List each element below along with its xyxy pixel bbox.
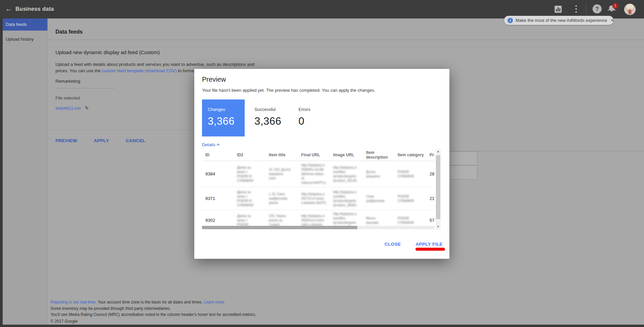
cell-item-title-redacted: XL-XXL Дълга машинно плет <box>269 167 298 180</box>
feed-template-link[interactable]: custom feed template (download CSV) <box>102 68 177 73</box>
cell-item-title-redacted: XXL Черна рокля за тържес <box>269 214 298 227</box>
desc-text-tail: to format <box>177 68 195 73</box>
background-table-row <box>449 152 477 165</box>
cell-id: 9384 <box>202 171 234 176</box>
preview-button[interactable]: PREVIEW <box>55 138 77 143</box>
content-heading: Data feeds <box>55 29 83 35</box>
section-divider <box>48 130 194 130</box>
stat-value: 0 <box>298 115 305 127</box>
cell-item-category-redacted: РОКЛИ СУКМАНИ <box>398 170 426 178</box>
modal-title: Preview <box>202 76 226 83</box>
stat-card-changes[interactable]: Changes 3,366 <box>202 99 245 136</box>
cell-item-description-redacted: Синя шифронова <box>366 194 394 203</box>
info-icon: i <box>508 18 513 23</box>
chevron-up-icon <box>216 144 220 146</box>
cell-final-url-redacted: http://ladyplus.e /9384/hi-xxl-blk /plet… <box>301 163 330 185</box>
details-toggle[interactable]: Details <box>202 142 220 147</box>
col-header-item-title: Item title <box>266 153 298 157</box>
window-bottom-edge <box>0 325 644 327</box>
preview-modal: Preview Your file hasn't been applied ye… <box>194 69 449 259</box>
table-vertical-scrollbar[interactable]: ▲ ▼ <box>436 149 441 230</box>
stat-value: 3,366 <box>208 115 235 127</box>
col-header-price: Price <box>426 153 434 157</box>
upload-section-title: Upload new dynamic display ad feed (Cust… <box>55 49 160 55</box>
horizontal-scroll-thumb[interactable] <box>202 226 357 229</box>
col-header-image-url: Image URL <box>330 153 363 157</box>
cell-price: 28. <box>426 171 434 176</box>
stat-label: Changes <box>208 107 225 112</box>
bar-chart-icon[interactable] <box>555 6 562 13</box>
cancel-button[interactable]: CANCEL <box>126 138 145 143</box>
cell-item-title-redacted: L-XL Синя шифронова рокля <box>269 192 298 205</box>
table-row: 9371 Дрехи за жени > РОКЛИ И СУКМАНИ L-X… <box>202 187 434 210</box>
cell-image-url-redacted: http://ladyplus.e /usefiles /productlarg… <box>333 165 363 183</box>
footer-text: Your account time zone is the basis for … <box>96 300 204 304</box>
table-header-row: ID ID2 Item title Final URL Image URL It… <box>202 149 434 161</box>
table-horizontal-scrollbar[interactable] <box>202 226 434 229</box>
adwords-business-data-screen: ← Business data ••• ? ! i Make the most … <box>0 0 644 327</box>
heading-divider <box>48 40 644 40</box>
back-arrow-icon[interactable]: ← <box>5 5 12 13</box>
feed-type-underline <box>55 88 115 88</box>
sidebar-item-upload-history[interactable]: Upload history <box>0 33 47 45</box>
col-header-id2: ID2 <box>234 153 266 157</box>
edit-pencil-icon[interactable]: ✎ <box>85 105 89 111</box>
cell-item-category-redacted: РОКЛИ СУКМАНИ <box>398 216 426 225</box>
toast-message: Make the most of the new AdWords experie… <box>516 18 607 23</box>
cell-final-url-redacted: http://ladyplus.e /9302/xxl-chern rokli-… <box>301 214 330 227</box>
col-header-id: ID <box>202 153 234 157</box>
sidebar: Data feeds Upload history <box>0 18 48 325</box>
stat-value: 3,366 <box>254 115 281 127</box>
preview-table: ID ID2 Item title Final URL Image URL It… <box>202 149 434 230</box>
file-selected-label: File selected <box>55 95 80 100</box>
copyright: © 2017 Google <box>50 319 78 324</box>
help-icon[interactable]: ? <box>593 4 602 13</box>
background-table-divider <box>449 151 644 151</box>
selected-file-link[interactable]: export(1).csv <box>55 106 81 111</box>
close-button[interactable]: CLOSE <box>385 242 401 247</box>
notification-badge: ! <box>612 3 618 9</box>
apply-button[interactable]: APPLY <box>94 138 109 143</box>
cell-id2-redacted: Дрехи за жени > РОКЛИ <box>237 214 266 227</box>
cell-price: 21. <box>426 196 434 201</box>
cell-final-url-redacted: http://ladyplus.e /9371/l-xl-sinya s-dan… <box>301 192 330 205</box>
content-card-top-border <box>48 47 644 47</box>
avatar[interactable] <box>624 4 636 15</box>
window-left-edge <box>0 18 3 327</box>
reporting-link[interactable]: Reporting is not real-time. <box>50 300 96 304</box>
toast-close-icon[interactable]: ✕ <box>610 18 614 23</box>
background-table-row <box>449 165 477 179</box>
col-header-item-category: Item category <box>394 153 426 157</box>
footer-line-1: Reporting is not real-time. Your account… <box>50 299 256 305</box>
scroll-down-arrow[interactable]: ▼ <box>436 224 441 230</box>
cell-item-description-redacted: Много красива <box>366 216 394 225</box>
stat-label: Errors <box>298 107 310 112</box>
cell-id2-redacted: Дрехи за жени > РОКЛИ И СУКМАНИ <box>237 190 266 207</box>
sidebar-item-data-feeds[interactable]: Data feeds <box>0 18 47 31</box>
modal-action-bar: CLOSEAPPLY FILE <box>385 242 443 247</box>
cell-id: 9302 <box>202 218 234 223</box>
stat-label: Successful <box>254 107 276 112</box>
learn-more-link[interactable]: Learn more <box>204 300 224 304</box>
cell-item-description-redacted: Дълга машинно <box>366 170 394 178</box>
cell-id: 9371 <box>202 196 234 201</box>
kebab-menu-icon[interactable]: ••• <box>573 4 579 13</box>
footer-line-3: You'll see Media Rating Council (MRC) ac… <box>50 312 256 318</box>
modal-subtitle: Your file hasn't been applied yet. The p… <box>202 88 375 93</box>
red-annotation-underline <box>415 248 445 251</box>
apply-file-button[interactable]: APPLY FILE <box>415 242 443 247</box>
table-row: 9384 Дрехи за жени > РОКЛИ И СУКМАНИ XL-… <box>202 161 434 187</box>
cell-image-url-redacted: http://ladyplus.e /usefiles /productlarg… <box>333 190 363 207</box>
page-action-bar: PREVIEW APPLY CANCEL <box>55 138 161 143</box>
col-header-item-description: Item description <box>363 150 394 160</box>
bell-base <box>608 10 616 10</box>
feed-type-select[interactable]: Remarketing <box>55 79 80 84</box>
adwords-experience-toast: i Make the most of the new AdWords exper… <box>504 16 613 25</box>
cell-id2-redacted: Дрехи за жени > РОКЛИ И СУКМАНИ <box>237 165 266 183</box>
footer-line-2: Some inventory may be provided through t… <box>50 305 256 312</box>
col-header-final-url: Final URL <box>298 153 330 157</box>
scroll-up-arrow[interactable]: ▲ <box>436 149 441 154</box>
toolbar-divider <box>586 3 587 15</box>
vertical-scroll-thumb[interactable] <box>436 155 440 219</box>
cell-price: 57. <box>426 218 434 223</box>
